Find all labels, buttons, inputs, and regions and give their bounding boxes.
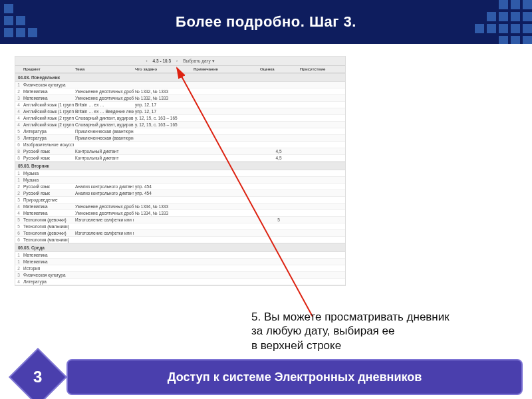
diary-row[interactable]: 4Английский язык (1 группа)Britain … ex …	[15, 102, 345, 108]
diary-row[interactable]: 4Английский язык (2 группа)Словарный дик…	[15, 122, 345, 128]
diary-row[interactable]: 1Математика	[15, 259, 345, 265]
diary-rows-container: 04.03. Понедельник1Физическая культура2М…	[15, 73, 345, 285]
diary-row[interactable]: 6Технология (девочки)Изготовление салфет…	[15, 230, 345, 237]
slide-title: Более подробно. Шаг 3.	[176, 13, 356, 31]
diary-row[interactable]: 1Математика	[15, 252, 345, 259]
annotation-text: 5. Вы можете просматривать дневник за лю…	[251, 310, 517, 352]
diary-row[interactable]: 4Литература	[15, 279, 345, 285]
decor-squares-top-left	[4, 4, 37, 37]
diary-day-header: 04.03. Понедельник	[15, 73, 345, 82]
diary-row[interactable]: 4Английский язык (1 группа)Britain … ex …	[15, 108, 345, 115]
diary-row[interactable]: 5ЛитератураПриключенческая (авантюрна…	[15, 128, 345, 135]
diary-row[interactable]: 6Изобразительное искусство	[15, 142, 345, 148]
diary-day-header: 05.03. Вторник	[15, 162, 345, 170]
next-week-icon[interactable]: ›	[176, 59, 178, 63]
slide-header: Более подробно. Шаг 3.	[0, 0, 532, 44]
page-number-badge: 3	[9, 348, 67, 399]
slide-footer: 3 Доступ к системе Электронных дневников	[0, 355, 532, 399]
diary-row[interactable]: 1Физическая культура	[15, 82, 345, 88]
diary-row[interactable]: 2Русский языкАнализ контрольного диктант…	[15, 190, 345, 197]
diary-row[interactable]: 3Природоведение	[15, 197, 345, 203]
diary-row[interactable]: 3Физическая культура	[15, 272, 345, 279]
diary-row[interactable]: 8Русский языкКонтрольный диктант4,5	[15, 155, 345, 162]
decor-squares-top-right	[475, 0, 532, 45]
diary-row[interactable]: 5Технология (девочки)Изготовление салфет…	[15, 217, 345, 223]
date-range: 4.3 - 10.3	[153, 59, 171, 63]
diary-row[interactable]: 4МатематикаУмножение десятичных дробей№ …	[15, 210, 345, 217]
diary-row[interactable]: 8Русский языкКонтрольный диктант4,5	[15, 148, 345, 155]
date-picker-dropdown[interactable]: Выбрать дату ▾	[183, 59, 214, 64]
diary-row[interactable]: 6Технология (мальчики)	[15, 237, 345, 243]
footer-caption-bar: Доступ к системе Электронных дневников	[66, 359, 523, 395]
diary-row[interactable]: 2МатематикаУмножение десятичных дробей№ …	[15, 88, 345, 95]
diary-row[interactable]: 4Английский язык (2 группа)Словарный дик…	[15, 115, 345, 122]
diary-row[interactable]: 4МатематикаУмножение десятичных дробей№ …	[15, 203, 345, 210]
footer-caption: Доступ к системе Электронных дневников	[168, 370, 422, 384]
diary-day-header: 06.03. Среда	[15, 243, 345, 252]
diary-screenshot: ‹ 4.3 - 10.3 › Выбрать дату ▾ Предмет Те…	[15, 56, 346, 286]
diary-row[interactable]: 3МатематикаУмножение десятичных дробей№ …	[15, 95, 345, 102]
diary-row[interactable]: 5Технология (мальчики)	[15, 223, 345, 230]
diary-date-toolbar[interactable]: ‹ 4.3 - 10.3 › Выбрать дату ▾	[15, 57, 345, 66]
slide-body: ‹ 4.3 - 10.3 › Выбрать дату ▾ Предмет Те…	[0, 44, 532, 355]
prev-week-icon[interactable]: ‹	[146, 59, 147, 63]
diary-column-headers: Предмет Тема Что задано Примечание Оценк…	[15, 66, 345, 73]
diary-row[interactable]: 1Музыка	[15, 177, 345, 184]
diary-row[interactable]: 1Музыка	[15, 170, 345, 177]
diary-row[interactable]: 5ЛитератураПриключенческая (авантюрна…	[15, 135, 345, 142]
diary-row[interactable]: 2Русский языкАнализ контрольного диктант…	[15, 184, 345, 190]
diary-row[interactable]: 2История	[15, 265, 345, 272]
